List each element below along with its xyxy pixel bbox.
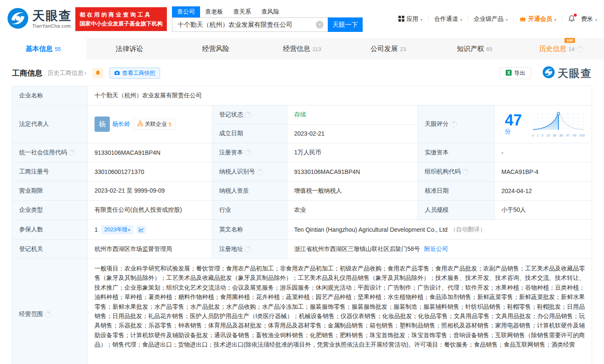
insured-cell: 1 2023年报 <box>88 220 212 239</box>
table-row: 法定代表人 杨 杨长岭 关联企业 5 登记状态 存续 成立日期 <box>12 105 592 143</box>
search-input[interactable] <box>172 17 328 32</box>
notification-bell-icon[interactable] <box>568 15 575 24</box>
approval-date-value: 2024-04-12 <box>495 182 592 200</box>
industry-label: 行业 <box>212 201 287 219</box>
credit-code-label: 统一社会信用代码 <box>19 149 67 156</box>
paid-capital-value: - <box>495 143 592 162</box>
notification-dot <box>574 14 577 17</box>
tab-history-info[interactable]: VIP 历史信息 14 <box>518 38 604 60</box>
search-tab-company[interactable]: 查公司 <box>172 6 200 17</box>
header-nav: 应用 合作通道 企业级产品 开通会员 费米 <box>398 15 597 24</box>
help-icon[interactable] <box>245 246 251 252</box>
logo-subtitle: TianYanCha.com <box>32 24 72 28</box>
export-button[interactable]: X 导出 <box>500 67 531 79</box>
related-companies-badge[interactable]: 关联企业 5 <box>134 119 175 130</box>
reg-address-cell: 浙江省杭州市西湖区三墩镇山联社区后陡门58号 附近公司 <box>287 240 592 259</box>
tab-label: 历史信息 <box>539 45 566 54</box>
insured-count: 1 <box>94 226 98 233</box>
vip-badge: VIP <box>564 38 575 43</box>
tab-count: 23 <box>400 46 406 52</box>
establish-date-value: 2023-02-21 <box>287 125 418 143</box>
help-icon[interactable] <box>245 150 251 156</box>
nav-partnership[interactable]: 合作通道 <box>434 15 462 23</box>
annual-report-badge[interactable]: 2023年报 <box>101 225 133 234</box>
nav-partnership-label: 合作通道 <box>434 15 458 23</box>
reg-address-label: 注册地址 <box>219 245 243 253</box>
help-icon[interactable] <box>451 121 457 127</box>
staff-size-value: 小于50人 <box>495 201 592 219</box>
auto-translate-note: （自动翻译） <box>450 226 486 233</box>
tab-label: 知识产权 <box>457 45 484 54</box>
tab-label: 基本信息 <box>26 45 53 54</box>
chevron-down-icon <box>595 16 597 23</box>
monitor-bell-icon[interactable] <box>92 68 103 78</box>
company-name-value: 十个勤天（杭州）农业发展有限责任公司 <box>88 86 592 105</box>
insured-label: 参保人数 <box>12 220 88 239</box>
nearby-companies-link[interactable]: 附近公司 <box>424 245 448 253</box>
help-icon[interactable] <box>257 169 263 175</box>
legal-rep-name-link[interactable]: 杨长岭 <box>112 120 130 128</box>
reg-number-label: 工商注册号 <box>12 162 88 181</box>
divider <box>562 16 562 22</box>
reg-status-label: 登记状态 <box>219 111 243 119</box>
search-tab-risk[interactable]: 查风险 <box>256 6 284 17</box>
tab-count: 113 <box>312 46 321 52</box>
search-tab-relation[interactable]: 查关系 <box>228 6 256 17</box>
avatar[interactable]: 杨 <box>94 117 110 132</box>
tab-label: 经营风险 <box>202 45 229 54</box>
tianyancha-swirl-icon <box>542 66 555 80</box>
org-code-value: MACA91BP-4 <box>495 162 592 181</box>
tab-company-development[interactable]: 公司发展 23 <box>345 38 432 60</box>
business-scope-label-cell: 经营范围 <box>12 259 88 364</box>
search-tab-boss[interactable]: 查老板 <box>200 6 228 17</box>
watermark-logo: 天眼查 <box>542 66 592 80</box>
promo-line2: 国家中小企业发展子基金旗下机构 <box>80 19 163 28</box>
tab-intellectual-property[interactable]: 知识产权 65 <box>432 38 518 60</box>
tab-business-info[interactable]: 经营信息 113 <box>259 38 345 60</box>
business-registration-table: 企业名称 十个勤天（杭州）农业发展有限责任公司 法定代表人 杨 杨长岭 关联企业… <box>12 86 592 364</box>
export-button-label: 导出 <box>514 69 525 77</box>
help-icon[interactable] <box>577 46 583 52</box>
help-icon[interactable] <box>69 150 75 156</box>
help-icon[interactable] <box>245 112 251 118</box>
tab-basic-info[interactable]: 基本信息 55 <box>0 38 86 60</box>
table-row: 参保人数 1 2023年报 英文名称 Ten Qintian (Hangzhou… <box>12 220 592 240</box>
org-chart-icon <box>137 121 143 128</box>
nav-apps[interactable]: 应用 <box>398 15 423 23</box>
nav-username: 费米 <box>581 15 593 23</box>
help-icon[interactable] <box>463 169 469 175</box>
business-scope-label: 经营范围 <box>19 310 43 318</box>
table-row: 企业类型 有限责任公司(自然人投资或控股) 行业 农业 人员规模 小于50人 <box>12 201 592 220</box>
business-scope-value: 一般项目：农业科学研究和试验发展；餐饮管理；食用农产品初加工；非食用农产品初加工… <box>88 259 592 364</box>
business-snapshot-button[interactable]: 查看工商快照 <box>109 68 160 79</box>
divider <box>468 16 468 22</box>
tianyancha-swirl-icon <box>7 7 29 31</box>
help-icon[interactable] <box>45 311 51 317</box>
svg-text:X: X <box>507 71 510 75</box>
tab-label: 公司发展 <box>371 45 398 54</box>
history-registration-link[interactable]: 历史工商信息 <box>48 69 86 77</box>
tab-legal-litigation[interactable]: 法律诉讼 <box>86 38 173 60</box>
legal-rep-cell: 杨 杨长岭 关联企业 5 <box>88 105 212 143</box>
trend-chart-icon[interactable] <box>137 225 146 234</box>
tab-business-risk[interactable]: 经营风险 <box>172 38 259 60</box>
table-row: 经营范围 一般项目：农业科学研究和试验发展；餐饮管理；食用农产品初加工；非食用农… <box>12 259 592 364</box>
score-value: 47 <box>505 111 522 129</box>
taxpayer-quality-label: 纳税人资质 <box>212 182 287 200</box>
paid-capital-label: 实缴资本 <box>418 143 495 162</box>
search-button[interactable]: 天眼一下 <box>328 17 363 32</box>
crown-icon <box>519 16 526 23</box>
divider <box>428 16 429 22</box>
clear-icon[interactable] <box>316 21 323 28</box>
chevron-down-icon <box>506 16 508 23</box>
nav-vip-membership[interactable]: 开通会员 <box>519 15 556 23</box>
org-code-label-cell: 组织机构代码 <box>418 162 495 181</box>
score-label: 天眼评分 <box>425 120 449 128</box>
nav-enterprise-label: 企业级产品 <box>474 15 504 23</box>
nav-user[interactable]: 费米 <box>581 15 597 23</box>
taxpayer-id-label: 纳税人识别号 <box>219 168 255 176</box>
nav-apps-label: 应用 <box>406 15 418 23</box>
company-name-label: 企业名称 <box>12 86 88 105</box>
nav-enterprise-products[interactable]: 企业级产品 <box>474 15 508 23</box>
tianyancha-logo[interactable]: 天眼查 TianYanCha.com <box>7 7 72 31</box>
